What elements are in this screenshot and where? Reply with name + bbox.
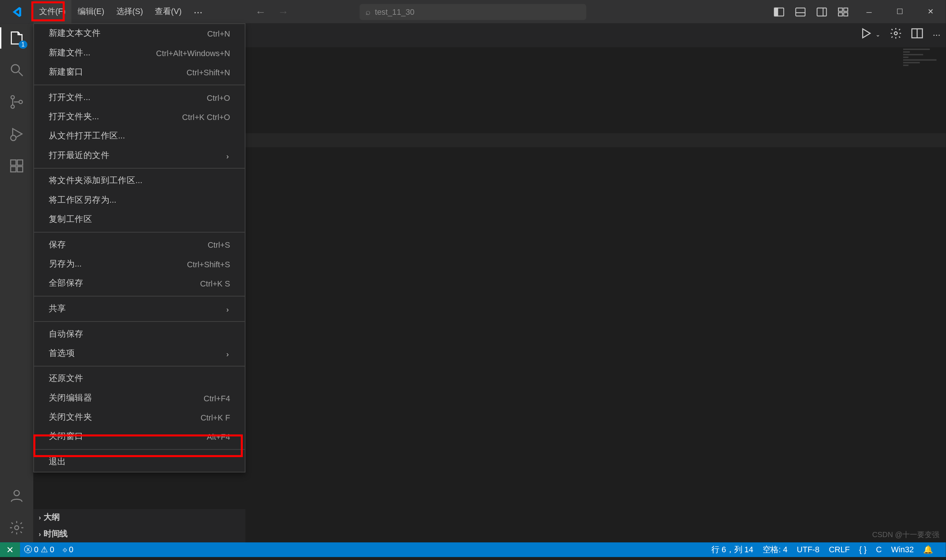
menu-edit[interactable]: 编辑(E) (72, 0, 111, 23)
run-debug-icon[interactable] (8, 125, 26, 144)
notifications-icon[interactable]: 🔔 (918, 545, 937, 554)
svg-rect-2 (796, 8, 805, 16)
settings-gear-icon[interactable] (8, 518, 26, 537)
menu-item[interactable]: 共享› (34, 299, 245, 318)
timeline-section[interactable]: ›时间线 (33, 526, 245, 542)
menu-select[interactable]: 选择(S) (110, 0, 149, 23)
menu-more[interactable]: ··· (188, 0, 209, 23)
indentation[interactable]: 空格: 4 (758, 544, 792, 555)
menu-item[interactable]: 首选项› (34, 344, 245, 363)
explorer-badge: 1 (19, 41, 27, 49)
search-label: test_11_30 (375, 7, 414, 16)
extensions-icon[interactable] (8, 157, 26, 175)
menu-item[interactable]: 复制工作区 (34, 210, 245, 229)
ports-indicator[interactable]: ⟐0 (59, 545, 77, 554)
svg-point-12 (11, 95, 14, 99)
svg-point-15 (11, 135, 16, 140)
nav-arrows: ← → (255, 6, 289, 17)
statusbar: ⓧ0 ⚠0 ⟐0 行 6，列 14 空格: 4 UTF-8 CRLF { } C… (0, 542, 946, 557)
chevron-right-icon: › (39, 531, 41, 538)
problems-indicator[interactable]: ⓧ0 ⚠0 (20, 544, 59, 555)
svg-point-20 (14, 490, 19, 495)
svg-point-14 (19, 100, 22, 104)
accounts-icon[interactable] (8, 486, 26, 505)
search-activity-icon[interactable] (8, 60, 26, 79)
window-close-icon[interactable]: ✕ (915, 0, 946, 23)
editor-settings-gear-icon[interactable] (890, 27, 902, 42)
language-mode[interactable]: C (871, 545, 886, 554)
menu-item[interactable]: 另存为...Ctrl+Shift+S (34, 255, 245, 274)
chevron-right-icon: › (226, 305, 230, 313)
menu-view[interactable]: 查看(V) (149, 0, 188, 23)
annotation-highlight-file-menu (31, 2, 65, 22)
minimap[interactable] (903, 47, 937, 74)
menu-item[interactable]: 打开文件...Ctrl+O (34, 88, 245, 107)
svg-rect-8 (838, 12, 843, 15)
command-center[interactable]: ⌕ test_11_30 (360, 4, 586, 20)
menu-item[interactable]: 从文件打开工作区... (34, 127, 245, 146)
layout-customize-icon[interactable] (833, 6, 854, 17)
run-code-icon[interactable] (861, 27, 872, 42)
svg-point-13 (11, 105, 14, 108)
watermark: CSDN @十一要变强 (872, 530, 939, 540)
activity-bar: 1 (0, 23, 33, 542)
encoding[interactable]: UTF-8 (792, 545, 824, 554)
split-editor-icon[interactable] (911, 27, 923, 42)
titlebar: 文件(F) 编辑(E) 选择(S) 查看(V) ··· ← → ⌕ test_1… (0, 0, 946, 23)
menu-item[interactable]: 自动保存 (34, 325, 245, 344)
menu-item[interactable]: 新建文本文件Ctrl+N (34, 24, 245, 43)
source-control-icon[interactable] (8, 93, 26, 111)
editor-more-icon[interactable]: ··· (933, 29, 940, 40)
menu-item[interactable]: 关闭编辑器Ctrl+F4 (34, 388, 245, 408)
svg-point-21 (15, 526, 19, 530)
window-minimize-icon[interactable]: ─ (853, 0, 884, 23)
radio-tower-icon: ⟐ (62, 545, 67, 554)
layout-panel-icon[interactable] (790, 6, 811, 17)
search-icon: ⌕ (366, 7, 370, 17)
chevron-right-icon: › (226, 152, 230, 160)
remote-indicator[interactable] (0, 542, 20, 557)
menu-item[interactable]: 打开文件夹...Ctrl+K Ctrl+O (34, 108, 245, 127)
svg-point-10 (11, 65, 20, 73)
layout-secondary-side-icon[interactable] (811, 6, 833, 17)
svg-rect-9 (844, 12, 848, 15)
svg-rect-1 (775, 8, 778, 16)
annotation-highlight-close-folder (33, 434, 243, 457)
svg-rect-16 (11, 160, 16, 165)
menu-item[interactable]: 打开最近的文件› (34, 146, 245, 165)
chevron-right-icon: › (39, 514, 41, 521)
vscode-logo-icon (0, 6, 33, 17)
nav-back-icon[interactable]: ← (255, 6, 266, 17)
svg-rect-7 (844, 8, 848, 11)
chevron-right-icon: › (226, 349, 230, 358)
menu-item[interactable]: 新建窗口Ctrl+Shift+N (34, 63, 245, 82)
window-maximize-icon[interactable]: ☐ (884, 0, 915, 23)
cursor-position[interactable]: 行 6，列 14 (707, 544, 758, 555)
menu-item[interactable]: 还原文件 (34, 369, 245, 388)
svg-rect-6 (838, 8, 843, 11)
svg-rect-4 (817, 8, 826, 16)
menu-item[interactable]: 新建文件...Ctrl+Alt+Windows+N (34, 43, 245, 62)
sidebar-sections: ›大纲 ›时间线 (33, 509, 245, 542)
warning-icon: ⚠ (41, 545, 48, 554)
menu-item[interactable]: 将工作区另存为... (34, 191, 245, 210)
build-target[interactable]: Win32 (886, 545, 919, 554)
menu-item[interactable]: 将文件夹添加到工作区... (34, 171, 245, 191)
language-braces[interactable]: { } (854, 545, 871, 554)
layout-primary-side-icon[interactable] (768, 6, 790, 17)
run-dropdown-icon[interactable]: ⌄ (875, 31, 881, 38)
menu-item[interactable]: 关闭文件夹Ctrl+K F (34, 408, 245, 427)
outline-section[interactable]: ›大纲 (33, 509, 245, 526)
svg-rect-19 (17, 166, 23, 172)
explorer-icon[interactable]: 1 (8, 29, 26, 48)
svg-rect-17 (17, 160, 23, 165)
svg-rect-18 (11, 166, 16, 172)
menu-item[interactable]: 保存Ctrl+S (34, 235, 245, 254)
svg-line-11 (19, 72, 23, 76)
svg-point-22 (895, 32, 898, 35)
file-dropdown: 新建文本文件Ctrl+N新建文件...Ctrl+Alt+Windows+N新建窗… (33, 23, 245, 472)
nav-forward-icon[interactable]: → (278, 6, 289, 17)
eol[interactable]: CRLF (824, 545, 854, 554)
error-icon: ⓧ (24, 544, 32, 555)
menu-item[interactable]: 全部保存Ctrl+K S (34, 274, 245, 293)
